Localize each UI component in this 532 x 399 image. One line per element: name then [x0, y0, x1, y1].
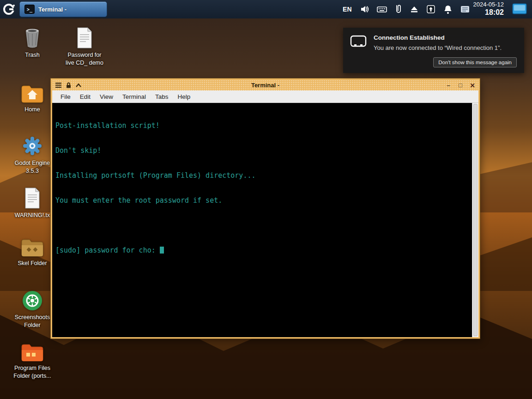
notification-popup: Connection Established You are now conne… — [343, 28, 524, 73]
document-icon — [24, 187, 41, 209]
terminal-line: Installing portsoft (Program Files) dire… — [55, 171, 471, 180]
top-panel: >_ Terminal - EN — [0, 0, 532, 18]
menu-help[interactable]: Help — [173, 91, 195, 102]
clock[interactable]: 2024-05-12 18:02 — [473, 1, 504, 17]
desktop-icon-screenshots-folder[interactable]: Screenshoots Folder — [11, 290, 54, 329]
notification-title: Connection Established — [374, 34, 502, 41]
terminal-scrollbar[interactable] — [472, 103, 478, 337]
desktop-icon-label: Screenshoots Folder — [11, 314, 54, 329]
desktop-icon-label: Password for live CD_ demo — [63, 51, 106, 67]
folder-icon — [21, 238, 44, 257]
distro-logo-icon[interactable] — [0, 3, 18, 16]
system-tray: EN — [343, 1, 532, 17]
volume-icon[interactable] — [360, 5, 369, 14]
desktop-icon-label: Skel Folder — [18, 260, 47, 267]
desktop-icon-home[interactable]: Home — [11, 84, 54, 114]
menu-tabs[interactable]: Tabs — [151, 91, 173, 102]
sudo-password-prompt: [sudo] password for cho: — [55, 246, 160, 254]
desktop-icon-warning-file[interactable]: WARNING!.tx — [11, 187, 54, 219]
maximize-button[interactable]: □ — [457, 82, 464, 89]
calendar-panel-icon[interactable] — [460, 6, 470, 13]
terminal-prompt-line: [sudo] password for cho: — [55, 246, 471, 254]
keyboard-icon[interactable] — [377, 5, 387, 13]
terminal-line: Don't skip! — [55, 146, 471, 155]
terminal-line: You must enter the root password if set. — [55, 196, 471, 205]
notifications-bell-icon[interactable] — [443, 4, 453, 14]
menu-view[interactable]: View — [95, 91, 118, 102]
notification-body: You are now connected to “Wired connecti… — [374, 44, 502, 53]
document-icon — [76, 27, 93, 49]
desktop-icon-program-files-folder[interactable]: Program Files Folder (ports... — [11, 343, 54, 380]
dont-show-again-button[interactable]: Don't show this message again — [433, 57, 517, 67]
menu-edit[interactable]: Edit — [75, 91, 95, 102]
software-updater-icon[interactable] — [426, 5, 435, 14]
display-settings-icon[interactable] — [512, 3, 527, 16]
clock-date: 2024-05-12 — [473, 1, 504, 8]
terminal-blank-line — [55, 221, 471, 230]
terminal-line: Post-installation script! — [55, 121, 471, 130]
desktop-icon-label: Godot Engine 3.5.3 — [11, 159, 54, 175]
clipboard-icon[interactable] — [395, 4, 402, 14]
taskbar-button-label: Terminal - — [38, 6, 66, 13]
terminal-cursor — [160, 247, 164, 254]
desktop-icon-password-file[interactable]: Password for live CD_ demo — [63, 27, 106, 67]
desktop-icon-label: Home — [24, 106, 40, 114]
window-titlebar[interactable]: Terminal - – □ ✕ — [52, 80, 478, 91]
godot-engine-icon — [21, 135, 43, 157]
trash-icon — [23, 27, 42, 49]
folder-icon — [21, 343, 44, 362]
terminal-output: Post-installation script! Don't skip! In… — [52, 103, 472, 337]
terminal-window: Terminal - – □ ✕ File Edit View Terminal… — [51, 79, 480, 339]
close-button[interactable]: ✕ — [469, 82, 476, 89]
taskbar-button-terminal[interactable]: >_ Terminal - — [19, 1, 107, 17]
lock-icon[interactable] — [65, 82, 72, 89]
eject-icon[interactable] — [410, 5, 418, 13]
menu-terminal[interactable]: Terminal — [118, 91, 151, 102]
window-menu-icon[interactable] — [54, 82, 62, 89]
window-title: Terminal - — [52, 82, 478, 89]
terminal-icon: >_ — [24, 5, 35, 14]
desktop-icon-label: Program Files Folder (ports... — [11, 364, 54, 380]
desktop-icon-godot[interactable]: Godot Engine 3.5.3 — [11, 135, 54, 175]
desktop-icon-label: WARNING!.tx — [15, 212, 50, 219]
minimize-button[interactable]: – — [445, 82, 452, 89]
terminal-menubar: File Edit View Terminal Tabs Help — [52, 91, 478, 103]
network-device-icon — [350, 34, 367, 53]
clock-time: 18:02 — [473, 8, 504, 17]
scrollbar-thumb[interactable] — [473, 104, 478, 336]
camera-aperture-icon — [22, 290, 43, 311]
keyboard-layout-indicator[interactable]: EN — [343, 6, 351, 13]
shade-up-icon[interactable] — [75, 82, 82, 89]
home-folder-icon — [21, 84, 44, 103]
desktop-icon-trash[interactable]: Trash — [11, 27, 54, 59]
terminal-content-area[interactable]: Post-installation script! Don't skip! In… — [52, 103, 478, 337]
desktop-icon-skel-folder[interactable]: Skel Folder — [11, 238, 54, 267]
desktop-icon-label: Trash — [25, 51, 40, 59]
menu-file[interactable]: File — [56, 91, 75, 102]
